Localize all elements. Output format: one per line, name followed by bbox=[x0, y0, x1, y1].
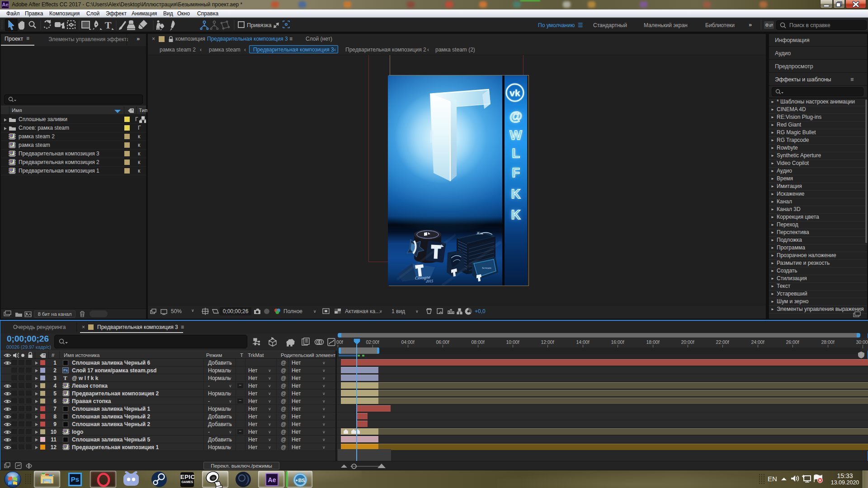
svg-text:2015: 2015 bbox=[426, 279, 433, 283]
svg-text:Привязка: Привязка bbox=[247, 22, 272, 28]
svg-text:Жок: Жок bbox=[476, 231, 483, 235]
svg-text:T: T bbox=[105, 19, 112, 31]
svg-text:Scream: Scream bbox=[482, 266, 491, 270]
svg-text:vk: vk bbox=[509, 88, 520, 98]
svg-text:᛭BS: ᛭BS bbox=[295, 478, 305, 483]
